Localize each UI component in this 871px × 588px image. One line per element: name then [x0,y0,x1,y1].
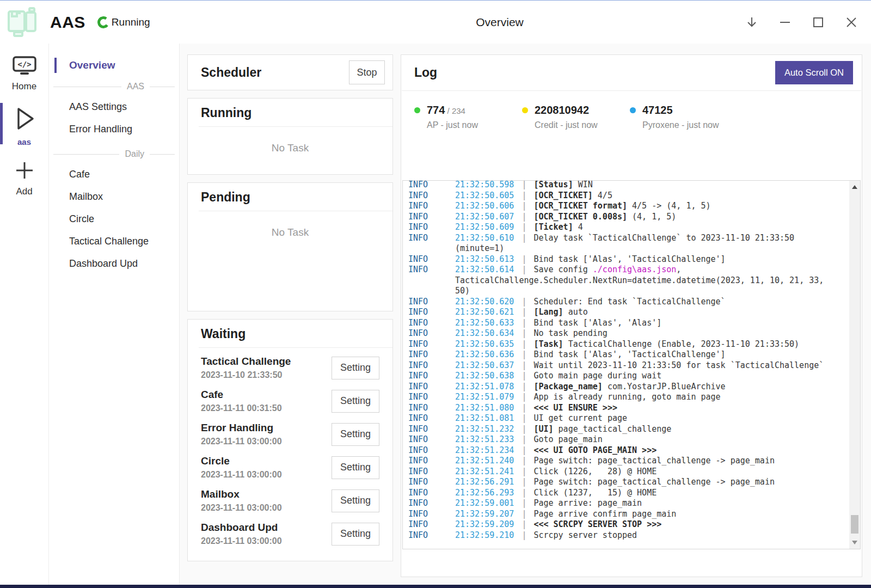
log-timestamp: 21:32:59.209 [455,519,522,529]
log-line: INFO21:32:51.233| Goto page_main [408,434,833,445]
log-line: INFO21:32:51.080| <<< UI ENSURE >>> [408,403,833,414]
log-level: INFO [408,201,455,212]
svg-text:</>: </> [17,60,31,69]
log-separator: | [522,181,533,189]
log-separator: | [522,477,533,487]
log-line: INFO21:32:50.620| Scheduler: End task `T… [408,297,833,308]
nav-item-overview[interactable]: Overview [54,58,179,73]
log-separator: | [522,382,533,391]
nav-item-circle[interactable]: Circle [49,208,179,230]
nav-item-cafe[interactable]: Cafe [49,163,179,186]
setting-button-circle[interactable]: Setting [332,456,379,479]
close-button[interactable] [845,16,858,29]
log-level: INFO [408,307,455,318]
stat-label: Pyroxene - just now [642,120,719,130]
log-timestamp: 21:32:50.621 [455,307,522,317]
setting-button-error-handling[interactable]: Setting [332,423,379,446]
log-separator: | [522,201,533,211]
stat-body: 220810942Credit - just now [535,104,598,130]
setting-button-cafe[interactable]: Setting [332,390,379,413]
log-line: INFO21:32:50.609| [Ticket] 4 [408,222,833,233]
log-separator: | [522,350,533,359]
log-output[interactable]: INFO21:32:50.598| [Status] WININFO21:32:… [402,180,861,549]
setting-button-tactical-challenge[interactable]: Setting [332,357,379,379]
rail-item-add[interactable]: Add [0,160,48,197]
log-level: INFO [408,318,455,329]
log-title: Log [414,65,437,80]
log-timestamp: 21:32:50.610 [455,233,522,243]
log-line: INFO21:32:59.209| <<< SCRCPY SERVER STOP… [408,519,833,530]
log-separator: | [522,212,533,222]
stat-dot-icon [630,107,636,113]
setting-button-mailbox[interactable]: Setting [332,489,379,512]
log-scrollbar[interactable] [849,181,860,549]
log-line: INFO21:32:50.605| [OCR_TICKET] 4/5 [408,191,833,201]
auto-scroll-button[interactable]: Auto Scroll ON [775,61,853,84]
page-title: Overview [476,16,524,29]
scrollbar-thumb[interactable] [851,515,858,534]
log-separator: | [522,265,533,274]
log-line: INFO21:32:50.636| Bind task ['Alas', 'Ta… [408,350,833,360]
log-line: INFO21:32:59.001| Page arrive: page_main [408,498,833,509]
log-timestamp: 21:32:50.609 [455,222,522,232]
log-level: INFO [408,222,455,233]
stat-dot-icon [522,107,528,113]
log-timestamp: 21:32:51.233 [455,434,522,444]
resource-stat: 47125Pyroxene - just now [630,104,738,130]
log-timestamp: 21:32:50.620 [455,297,522,307]
task-info: Circle2023-11-11 03:00:00 [201,455,282,480]
task-info: Cafe2023-11-11 00:31:50 [201,389,282,413]
nav-item-error-handling[interactable]: Error Handling [49,118,179,140]
nav-item-tactical-challenge[interactable]: Tactical Challenge [49,230,179,253]
log-timestamp: 21:32:50.598 [455,181,522,189]
log-line: INFO21:32:51.079| App is already running… [408,392,833,403]
nav-item-dashboard-upd[interactable]: Dashboard Upd [49,253,179,275]
hide-to-tray-icon[interactable] [745,16,758,29]
log-line: INFO21:32:50.635| [Task] TacticalChallen… [408,339,833,350]
scroll-down-icon[interactable] [852,541,857,544]
icon-rail: </> Home aas Add [0,44,49,585]
app-logo-icon [7,7,39,38]
minimize-button[interactable] [778,16,792,29]
stop-button[interactable]: Stop [349,60,385,84]
log-level: INFO [408,297,455,308]
task-next-run-time: 2023-11-11 00:31:50 [201,403,282,413]
log-timestamp: 21:32:50.636 [455,350,522,359]
stat-value-row: 47125 [642,104,719,117]
maximize-button[interactable] [812,16,825,29]
scroll-up-icon[interactable] [852,185,857,189]
task-next-run-time: 2023-11-11 03:00:00 [201,470,282,480]
pending-title: Pending [201,190,250,204]
log-level: INFO [408,392,455,403]
titlebar: AAS Running Overview [0,1,871,44]
log-timestamp: 21:32:56.291 [455,477,522,487]
log-separator: | [522,339,533,349]
setting-button-dashboard-upd[interactable]: Setting [332,523,379,546]
log-separator: | [522,307,533,317]
log-line: INFO21:32:59.210| Scrcpy server stopped [408,530,833,541]
waiting-task-row: Tactical Challenge2023-11-10 21:33:50Set… [201,351,379,384]
log-timestamp: 21:32:51.241 [455,467,522,476]
task-name: Cafe [201,389,282,401]
task-info: Error Handling2023-11-11 03:00:00 [201,422,282,446]
log-separator: | [522,467,533,476]
stat-label: AP - just now [427,120,478,130]
log-separator: | [522,456,533,465]
log-line: INFO21:32:51.240| Page switch: page_tact… [408,456,833,467]
nav-item-mailbox[interactable]: Mailbox [49,186,179,208]
nav-item-aas-settings[interactable]: AAS Settings [49,96,179,118]
log-timestamp: 21:32:50.635 [455,339,522,349]
log-timestamp: 21:32:51.078 [455,382,522,391]
waiting-task-row: Circle2023-11-11 03:00:00Setting [201,451,379,484]
rail-label-home: Home [12,81,36,92]
stat-value: 774 [427,104,445,116]
pending-card: Pending No Task [187,182,393,311]
rail-item-home[interactable]: </> Home [0,56,48,92]
log-level: INFO [408,350,455,360]
log-line: INFO21:32:51.081| UI get current page [408,413,833,424]
log-content: INFO21:32:50.598| [Status] WININFO21:32:… [403,181,849,549]
task-name: Tactical Challenge [201,356,291,367]
log-timestamp: 21:32:51.080 [455,403,522,413]
log-level: INFO [408,413,455,424]
rail-item-aas[interactable]: aas [0,105,48,146]
